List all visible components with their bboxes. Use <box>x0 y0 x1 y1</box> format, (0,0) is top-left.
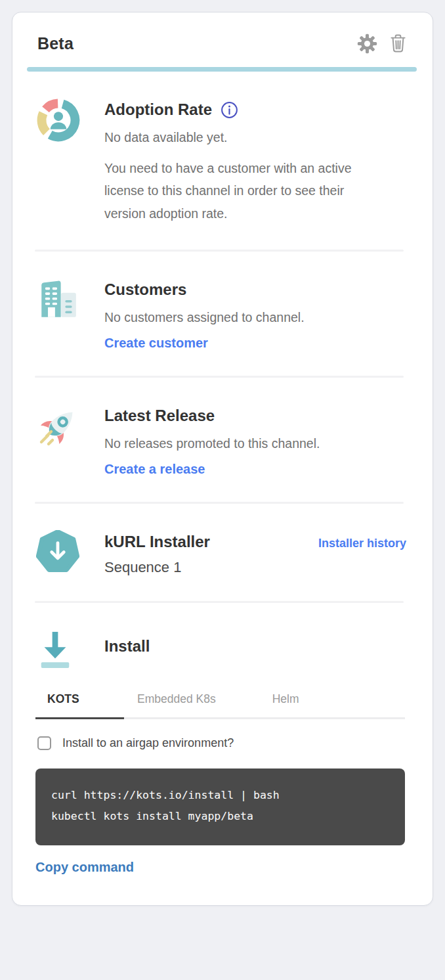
adoption-hint-text: You need to have a customer with an acti… <box>104 157 383 224</box>
airgap-row: Install to an airgap environment? <box>37 736 406 750</box>
header-actions <box>357 33 408 54</box>
installer-sequence-text: Sequence 1 <box>104 559 406 576</box>
adoption-rate-title-row: Adoption Rate <box>104 100 406 119</box>
latest-release-section: Latest Release No releases promoted to t… <box>12 378 433 477</box>
create-customer-link[interactable]: Create customer <box>104 336 208 351</box>
adoption-rate-body: Adoption Rate No data available yet. You… <box>104 98 406 225</box>
installer-history-link[interactable]: Installer history <box>318 533 406 550</box>
airgap-label[interactable]: Install to an airgap environment? <box>62 736 234 750</box>
latest-release-body: Latest Release No releases promoted to t… <box>104 404 406 477</box>
card-header: Beta <box>12 12 433 67</box>
command-line-2: kubectl kots install myapp/beta <box>51 806 389 827</box>
latest-release-title: Latest Release <box>104 407 215 425</box>
customers-buildings-icon <box>36 278 81 351</box>
kurl-installer-title: kURL Installer <box>104 533 210 551</box>
release-empty-text: No releases promoted to this channel. <box>104 434 406 453</box>
create-release-link[interactable]: Create a release <box>104 462 205 477</box>
tab-embedded-k8s[interactable]: Embedded K8s <box>137 692 216 717</box>
install-section: Install <box>12 603 433 670</box>
install-download-arrow-icon <box>36 629 81 670</box>
install-body: Install <box>104 629 406 670</box>
channel-card: Beta <box>12 12 433 906</box>
latest-release-rocket-icon <box>36 404 81 477</box>
settings-gear-icon[interactable] <box>357 33 377 54</box>
kurl-download-heptagon-icon <box>36 530 81 576</box>
channel-accent-bar <box>27 67 417 72</box>
info-circle-icon[interactable] <box>221 101 238 119</box>
customers-section: Customers No customers assigned to chann… <box>12 252 433 351</box>
delete-trash-icon[interactable] <box>389 33 408 54</box>
customers-empty-text: No customers assigned to channel. <box>104 308 406 326</box>
install-command-block: curl https://kots.io/install | bashkubec… <box>35 768 405 845</box>
adoption-rate-section: Adoption Rate No data available yet. You… <box>12 72 433 225</box>
install-title: Install <box>104 637 150 656</box>
channel-title: Beta <box>37 34 74 53</box>
customers-title: Customers <box>104 280 186 299</box>
install-tabs: KOTS Embedded K8s Helm <box>35 692 405 719</box>
customers-body: Customers No customers assigned to chann… <box>104 278 406 351</box>
adoption-empty-text: No data available yet. <box>104 128 406 146</box>
kurl-installer-body: kURL Installer Installer history Sequenc… <box>104 530 406 576</box>
copy-command-link[interactable]: Copy command <box>35 860 134 875</box>
airgap-checkbox[interactable] <box>37 736 51 750</box>
adoption-rate-donut-user-icon <box>36 98 81 225</box>
kurl-installer-section: kURL Installer Installer history Sequenc… <box>12 504 433 576</box>
kurl-head-row: kURL Installer Installer history <box>104 533 406 551</box>
tab-helm[interactable]: Helm <box>272 692 299 717</box>
adoption-rate-title: Adoption Rate <box>104 100 212 119</box>
command-line-1: curl https://kots.io/install | bash <box>51 785 389 806</box>
tab-kots[interactable]: KOTS <box>35 692 124 719</box>
